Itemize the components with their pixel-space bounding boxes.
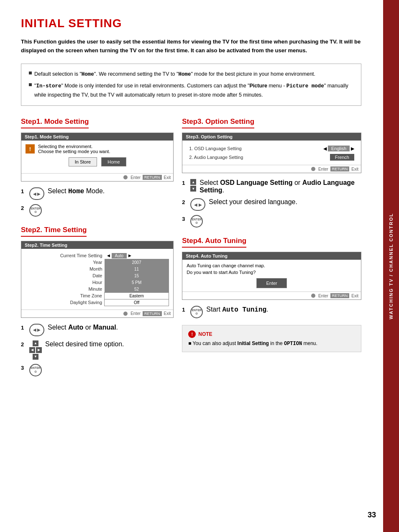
enter-dot4-icon	[311, 294, 315, 298]
step4-section: Step4. Auto Tuning Step4. Auto Tuning Au…	[182, 237, 361, 352]
left-arrow-icon: ◀	[29, 347, 35, 353]
step1-screen-header: Step1. Mode Setting	[21, 133, 173, 141]
warning-icon: !	[26, 144, 35, 153]
note-title-text: NOTE	[198, 331, 212, 337]
step4-screen-header: Step4. Auto Tuning	[182, 252, 361, 260]
enter-dot-icon	[123, 175, 128, 179]
bullet2-text: "In-store" Mode is only intended for use…	[34, 82, 353, 100]
step3-instr1: 1 ▲ ▼ Select OSD Language Setting or Aud…	[182, 179, 361, 194]
home-button[interactable]: Home	[101, 157, 126, 166]
note-icon: !	[188, 330, 196, 338]
step3-screen-body: 1. OSD Language Setting ◀ English ▶	[182, 141, 361, 165]
step3-instr1-text: Select OSD Language Setting or Audio Lan…	[200, 179, 361, 194]
step2-enter-icon: ENTER⊙	[29, 364, 42, 376]
step3-title: Step3. Option Setting	[182, 118, 254, 128]
step2-instr1: 1 ◀ ▶ Select Auto or Manual.	[21, 324, 174, 336]
option-row-audio: 2. Audio Language Setting French	[187, 153, 357, 161]
step4-enter-circle-icon: ENTER⊙	[190, 306, 203, 318]
step2-footer-return: RETURN	[143, 311, 162, 316]
step3-lr-icon: ◀ ▶	[190, 198, 205, 211]
step1-footer-enter: Enter	[130, 175, 141, 180]
step1-instr2: 2 ENTER⊙	[21, 204, 174, 217]
sidebar: WATCHING TV / CHANNEL CONTROL	[383, 0, 399, 532]
time-row-date: Date 15	[26, 272, 169, 279]
step1-screen: Step1. Mode Setting ! Selecting the envi…	[21, 133, 174, 182]
step1-instr1-text: Select Home Mode.	[48, 187, 105, 195]
step3-screen-header: Step3. Option Setting	[182, 133, 361, 141]
step3-down-icon: ▼	[190, 186, 196, 192]
step3-footer-enter: Enter	[318, 167, 328, 171]
step4-title: Step4. Auto Tuning	[182, 237, 246, 248]
step1-instr1: 1 ◀ ▶ Select Home Mode.	[21, 187, 174, 200]
step4-screen-body: Auto Tuning can change channel map. Do y…	[182, 260, 361, 292]
note-text: ■ You can also adjust Initial Setting in…	[188, 340, 355, 347]
instore-button[interactable]: In Store	[69, 157, 97, 166]
down-arrow-icon: ▼	[33, 354, 38, 360]
step3-enter-icon: ENTER⊙	[190, 215, 203, 228]
osd-right-arrow: ▶	[351, 146, 354, 151]
osd-left-arrow: ◀	[323, 146, 327, 151]
enter-circle-icon: ENTER⊙	[29, 204, 42, 217]
step3-instr3: 3 ENTER⊙	[182, 215, 361, 228]
step3-instr2: 2 ◀ ▶ Select your desired language.	[182, 198, 361, 211]
step2-screen-header: Step2. Time Setting	[21, 241, 173, 249]
step3-footer-exit: Exit	[351, 167, 358, 171]
enter-dot3-icon	[311, 167, 315, 171]
step4-text1: Auto Tuning can change channel map.	[187, 263, 357, 268]
time-row-year: Year 2007	[26, 259, 169, 266]
step2-instr3: 3 ENTER⊙	[21, 364, 174, 376]
bullet1-text: Default selection is "Home". We recommen…	[34, 70, 315, 79]
bullet1-icon	[29, 72, 32, 74]
step4-screen: Step4. Auto Tuning Auto Tuning can chang…	[182, 252, 361, 300]
time-row-month: Month 11	[26, 266, 169, 272]
step4-instr1-text: Start Auto Tuning.	[206, 306, 268, 314]
osd-language-value: English	[328, 146, 350, 151]
lr-nav-icon: ◀ ▶	[29, 187, 44, 200]
bullet2-icon	[29, 83, 32, 86]
step2-section: Step2. Time Setting Step2. Time Setting …	[21, 226, 174, 376]
intro-text: This Function guides the user to easily …	[21, 38, 361, 55]
step4-footer-enter: Enter	[318, 294, 328, 298]
step2-title: Step2. Time Setting	[21, 226, 87, 237]
page-title: INITIAL SETTING	[21, 17, 361, 30]
time-row-daylight: Daylight Saving Off	[26, 299, 169, 306]
step1-footer-return: RETURN	[143, 175, 162, 180]
enter-dot2-icon	[123, 312, 128, 316]
right-arrow-icon: ▶	[36, 347, 42, 353]
step4-footer-return: RETURN	[330, 293, 350, 298]
step2-instr2: 2 ▲ ◀ ▶ ▼ Select desired time option.	[21, 340, 174, 360]
step3-up-icon: ▲	[190, 179, 196, 185]
step2-screen: Step2. Time Setting Current Time Setting…	[21, 241, 174, 318]
step3-instr2-text: Select your desired language.	[209, 198, 297, 206]
time-row-hour: Hour 5 PM	[26, 279, 169, 286]
step2-instr2-text: Select desired time option.	[45, 340, 124, 348]
up-arrow-icon: ▲	[33, 340, 38, 346]
step4-footer-exit: Exit	[351, 294, 358, 298]
step1-section: Step1. Mode Setting Step1. Mode Setting …	[21, 118, 174, 217]
step1-title: Step1. Mode Setting	[21, 118, 89, 128]
page-number: 33	[368, 511, 376, 519]
time-row-current: Current Time Setting ◀ Auto ▶	[26, 252, 169, 259]
step1-footer-exit: Exit	[164, 175, 171, 180]
step2-lr-icon: ◀ ▶	[29, 324, 44, 336]
time-row-minute: Minute 52	[26, 286, 169, 292]
step3-screen: Step3. Option Setting 1. OSD Language Se…	[182, 133, 361, 173]
step3-section: Step3. Option Setting Step3. Option Sett…	[182, 118, 361, 228]
step4-text2: Do you want to start Auto Tuning?	[187, 270, 357, 275]
time-row-timezone: Time Zone Eastern	[26, 292, 169, 299]
step2-footer-enter: Enter	[130, 311, 141, 316]
step4-enter-button[interactable]: Enter	[256, 278, 286, 288]
step1-screen-text2: Choose the setting mode you want.	[38, 149, 110, 154]
step1-screen-text1: Selecting the environment.	[38, 144, 110, 149]
sidebar-text: WATCHING TV / CHANNEL CONTROL	[389, 213, 394, 319]
audio-language-value: French	[330, 154, 354, 161]
step3-footer-return: RETURN	[330, 166, 350, 171]
note-box: ! NOTE ■ You can also adjust Initial Set…	[182, 325, 361, 352]
info-box: Default selection is "Home". We recommen…	[21, 64, 361, 106]
step1-screen-body: ! Selecting the environment. Choose the …	[21, 141, 173, 173]
option-row-osd: 1. OSD Language Setting ◀ English ▶	[187, 144, 357, 153]
step4-instr1: 1 ENTER⊙ Start Auto Tuning.	[182, 306, 361, 318]
step2-footer-exit: Exit	[164, 311, 171, 316]
step2-screen-body: Current Time Setting ◀ Auto ▶	[21, 249, 173, 309]
step2-instr1-text: Select Auto or Manual.	[48, 324, 118, 331]
